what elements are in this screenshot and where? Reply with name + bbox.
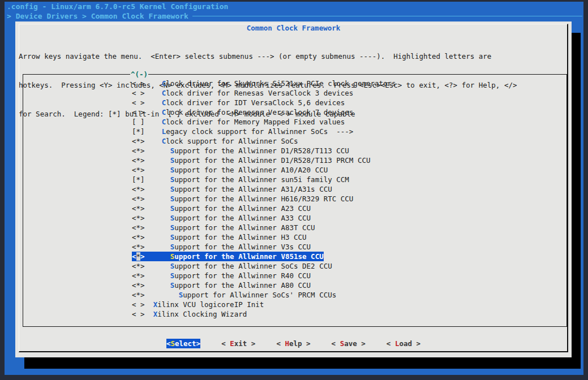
- menu-item[interactable]: < > Xilinx Clocking Wizard: [23, 309, 566, 319]
- item-label: upport for the Allwinner A33 CCU: [174, 214, 311, 222]
- dialog-title: Common Clock Framework: [15, 23, 572, 33]
- menu-item[interactable]: <*> Support for the Allwinner V3s CCU: [23, 242, 566, 252]
- item-label: upport for the Allwinner V3s CCU: [174, 243, 311, 251]
- item-state-box: < >: [132, 89, 145, 97]
- item-state-box: <*>: [132, 271, 145, 280]
- breadcrumb-row: > Device Drivers > Common Clock Framewor…: [7, 11, 582, 21]
- item-label: upport for Allwinner SoCs' PRCM CCUs: [183, 291, 336, 299]
- menu-item[interactable]: <*> Support for the Allwinner A10/A20 CC…: [23, 165, 566, 175]
- menu-item[interactable]: < > Clock driver for Renesas Versaclock …: [23, 107, 566, 117]
- menu-item[interactable]: <*> Support for the Allwinner A31/A31s C…: [23, 184, 566, 194]
- item-label: upport for the Allwinner D1/R528/T113 CC…: [174, 146, 349, 155]
- item-state-box: < >: [132, 79, 145, 88]
- item-label: upport for the Allwinner R40 CCU: [174, 271, 311, 280]
- menu-item[interactable]: <*> Support for the Allwinner H3 CCU: [23, 232, 566, 242]
- menu-item[interactable]: < > Clock driver for IDT VersaClock 5,6 …: [23, 98, 566, 107]
- button-bar: <Select>< Exit >< Help >< Save >< Load >: [15, 339, 572, 348]
- menu-item[interactable]: <*> Support for the Allwinner H616/R329 …: [23, 194, 566, 204]
- menu-item[interactable]: <*> Support for Allwinner SoCs' PRCM CCU…: [23, 290, 566, 300]
- item-state-box: <*>: [132, 252, 145, 261]
- save-button[interactable]: < Save >: [332, 339, 366, 348]
- item-label: upport for the Allwinner A31/A31s CCU: [174, 185, 332, 193]
- menu-item[interactable]: <*> Support for the Allwinner D1/R528/T1…: [23, 146, 566, 156]
- item-state-box: <*>: [132, 281, 145, 290]
- item-label: upport for the Allwinner A80 CCU: [174, 281, 311, 290]
- item-state-box: [ ]: [132, 118, 145, 126]
- item-state-box: <*>: [132, 146, 145, 155]
- menu-item[interactable]: <*> Support for the Allwinner R40 CCU: [23, 271, 566, 280]
- item-label: ilinx VCU logicoreIP Init: [157, 300, 264, 309]
- select-button[interactable]: <Select>: [166, 339, 200, 348]
- item-state-box: <*>: [132, 262, 145, 270]
- menu-listbox: ^(-) < > Clock driver for SkyWorks Si521…: [23, 74, 567, 327]
- item-state-box: <*>: [132, 204, 145, 213]
- item-label: lock driver for Renesas Versaclock 7 dev…: [166, 108, 353, 116]
- item-state-box: <*>: [132, 233, 145, 241]
- item-label: upport for the Allwinner A83T CCU: [174, 223, 315, 232]
- item-state-box: <*>: [132, 223, 145, 232]
- menu-item[interactable]: <*> Support for the Allwinner A83T CCU: [23, 223, 566, 232]
- item-label: upport for the Allwinner A23 CCU: [174, 204, 311, 213]
- item-state-box: <*>: [132, 185, 145, 193]
- scroll-up-indicator: ^(-): [130, 70, 148, 79]
- breadcrumb: > Device Drivers > Common Clock Framewor…: [7, 12, 188, 20]
- item-label: ilinx Clocking Wizard: [157, 310, 247, 318]
- item-label: upport for the Allwinner H616/R329 RTC C…: [174, 195, 353, 203]
- menu-item[interactable]: [*] Legacy clock support for Allwinner S…: [23, 127, 566, 136]
- item-state-box: <*>: [132, 166, 145, 174]
- menu-item[interactable]: <*> Support for the Allwinner A23 CCU: [23, 204, 566, 213]
- menu-item[interactable]: <*> Support for the Allwinner V851se CCU: [23, 252, 566, 261]
- item-label: lock driver for SkyWorks Si521xx PCIe cl…: [166, 79, 396, 88]
- item-state-box: <*>: [132, 214, 145, 222]
- help-button[interactable]: < Help >: [276, 339, 310, 348]
- item-state-box: [*]: [132, 175, 145, 184]
- item-state-box: < >: [132, 300, 145, 309]
- item-label: upport for the Allwinner D1/R528/T113 PR…: [174, 156, 370, 165]
- item-state-box: <*>: [132, 156, 145, 165]
- item-label: lock support for Allwinner SoCs: [166, 137, 298, 145]
- item-state-box: <*>: [132, 291, 145, 299]
- item-state-box: <*>: [132, 137, 145, 145]
- menuconfig-screen: .config - Linux/arm 6.7.0-rc5 Kernel Con…: [5, 2, 583, 375]
- item-state-box: <*>: [132, 243, 145, 251]
- item-state-box: < >: [132, 98, 145, 107]
- instructions-line-1: Arrow keys navigate the menu. <Enter> se…: [19, 51, 517, 61]
- item-label: lock driver for IDT VersaClock 5,6 devic…: [166, 98, 345, 107]
- menu-item[interactable]: < > Xilinx VCU logicoreIP Init: [23, 300, 566, 309]
- item-label: upport for the Allwinner A10/A20 CCU: [174, 166, 328, 174]
- item-state-box: <*>: [132, 195, 145, 203]
- item-label: upport for the Allwinner sun5i family CC…: [174, 175, 349, 184]
- item-label: egacy clock support for Allwinner SoCs -…: [166, 127, 353, 136]
- menu-item[interactable]: < > Clock driver for Renesas VersaClock …: [23, 88, 566, 98]
- menu-item[interactable]: <*> Support for the Allwinner A80 CCU: [23, 280, 566, 290]
- menu-items: < > Clock driver for SkyWorks Si521xx PC…: [23, 79, 566, 319]
- menu-item[interactable]: <*> Support for the Allwinner D1/R528/T1…: [23, 156, 566, 165]
- menu-item[interactable]: < > Clock driver for SkyWorks Si521xx PC…: [23, 79, 566, 88]
- menu-item[interactable]: [ ] Clock driver for Memory Mapped Fixed…: [23, 117, 566, 127]
- item-state-box: [*]: [132, 127, 145, 136]
- item-state-box: < >: [132, 108, 145, 116]
- item-state-box: < >: [132, 310, 145, 318]
- menu-item[interactable]: <*> Support for the Allwinner A33 CCU: [23, 213, 566, 223]
- load-button[interactable]: < Load >: [387, 339, 420, 348]
- item-label: lock driver for Memory Mapped Fixed valu…: [166, 118, 345, 126]
- menu-item[interactable]: [*] Support for the Allwinner sun5i fami…: [23, 175, 566, 184]
- item-label: upport for the Allwinner SoCs DE2 CCU: [174, 262, 332, 270]
- kernel-config-title: .config - Linux/arm 6.7.0-rc5 Kernel Con…: [7, 2, 228, 11]
- menu-item[interactable]: <*> Clock support for Allwinner SoCs: [23, 136, 566, 146]
- menu-item[interactable]: <*> Support for the Allwinner SoCs DE2 C…: [23, 261, 566, 271]
- config-dialog: Common Clock Framework Arrow keys naviga…: [15, 21, 572, 357]
- breadcrumb-rule: [192, 16, 582, 16]
- item-label: upport for the Allwinner H3 CCU: [174, 233, 306, 241]
- item-label: upport for the Allwinner V851se CCU: [174, 252, 323, 261]
- item-label: lock driver for Renesas VersaClock 3 dev…: [166, 89, 353, 97]
- exit-button[interactable]: < Exit >: [221, 339, 255, 348]
